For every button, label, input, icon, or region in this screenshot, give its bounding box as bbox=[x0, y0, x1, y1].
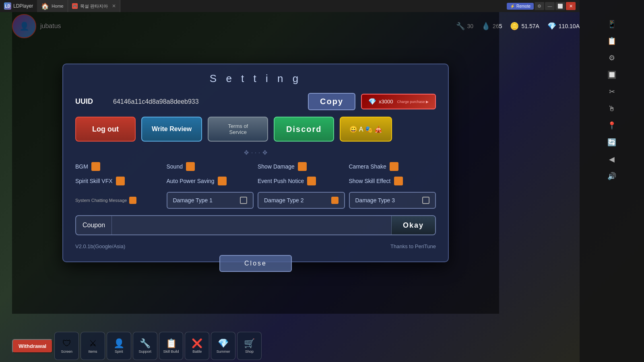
camera-shake-toggle[interactable] bbox=[390, 162, 398, 171]
app-logo: LD LDPlayer bbox=[0, 2, 37, 10]
damage-type3-box: Damage Type 3 bbox=[349, 192, 436, 209]
bottom-nav-items[interactable]: ⚔ Items bbox=[80, 332, 105, 360]
auto-power-label: Auto Power Saving bbox=[167, 178, 215, 184]
damage-type2-label: Damage Type 2 bbox=[264, 197, 304, 204]
thanks-text: Thanks to PeriTune bbox=[390, 243, 436, 249]
coupon-input[interactable] bbox=[112, 216, 391, 234]
spirit-label: Spirit bbox=[115, 350, 123, 354]
camera-shake-setting: Camera Shake bbox=[349, 162, 436, 171]
home-tab-label: Home bbox=[52, 4, 63, 8]
okay-button[interactable]: Okay bbox=[391, 216, 435, 234]
bottom-hud: Withdrawal 🛡 Screen ⚔ Items 👤 Spirit 🔧 S… bbox=[12, 330, 262, 362]
system-chatting-label: System Chatting Message bbox=[75, 198, 127, 203]
setting-dialog: S e t t i n g UUID 64146a11c4d8a98a8deeb… bbox=[62, 64, 449, 262]
sidebar-icon-2-glyph: 📋 bbox=[607, 37, 616, 45]
sound-label: Sound bbox=[167, 163, 183, 170]
right-sidebar: 📱 📋 ⚙ 🔲 ✂ 🖱 📍 🔄 ◀ 🔊 bbox=[580, 0, 644, 362]
sidebar-icon-9[interactable]: ◀ bbox=[604, 151, 620, 167]
divider-ornament: ❖ · · · ❖ bbox=[75, 149, 436, 156]
ld-icon: LD bbox=[4, 2, 11, 10]
system-chatting-toggle[interactable] bbox=[129, 197, 136, 204]
support-label: Support bbox=[138, 350, 151, 354]
withdrawal-button[interactable]: Withdrawal bbox=[12, 339, 53, 353]
remote-icon: ⚡ bbox=[510, 4, 515, 8]
game-tab[interactable]: 🎮 목설 판타지아 ✕ bbox=[68, 0, 120, 12]
damage-type2-box: Damage Type 2 bbox=[258, 192, 345, 209]
sidebar-icon-7[interactable]: 📍 bbox=[604, 117, 620, 134]
show-skill-label: Show Skill Effect bbox=[349, 178, 391, 184]
event-push-setting: Event Push Notice bbox=[258, 177, 345, 185]
show-skill-toggle[interactable] bbox=[394, 177, 403, 185]
discord-button[interactable]: Discord bbox=[274, 117, 334, 142]
spirit-skill-setting: Spirit Skill VFX bbox=[75, 177, 163, 185]
close-button[interactable]: Close bbox=[219, 255, 292, 272]
uuid-value: 64146a11c4d8a98a8deeb933 bbox=[113, 98, 302, 105]
event-push-toggle[interactable] bbox=[307, 177, 316, 185]
sidebar-icon-8[interactable]: 🔄 bbox=[604, 134, 620, 150]
close-button[interactable]: ✕ bbox=[566, 2, 576, 10]
bottom-nav-screen[interactable]: 🛡 Screen bbox=[54, 332, 79, 360]
tos-button[interactable]: Terms of Service bbox=[208, 117, 268, 142]
home-icon: 🏠 bbox=[41, 2, 49, 10]
tab-close-icon[interactable]: ✕ bbox=[112, 3, 116, 9]
show-damage-toggle[interactable] bbox=[298, 162, 307, 171]
sound-toggle[interactable] bbox=[186, 162, 195, 171]
shop-label: Shop bbox=[245, 350, 254, 354]
sidebar-icon-1[interactable]: 📱 bbox=[604, 16, 620, 32]
x3000-button[interactable]: 💎 x3000 Charge purchase ▶ bbox=[361, 94, 436, 109]
x3000-subtitle: Charge purchase ▶ bbox=[397, 100, 429, 104]
sidebar-icon-3[interactable]: ⚙ bbox=[604, 50, 620, 66]
bottom-nav-skillbuild[interactable]: 📋 Skill Build bbox=[159, 332, 184, 360]
uuid-row: UUID 64146a11c4d8a98a8deeb933 Copy 💎 x30… bbox=[75, 93, 436, 110]
support-icon: 🔧 bbox=[140, 338, 151, 349]
sidebar-icon-4-glyph: 🔲 bbox=[607, 70, 616, 79]
spirit-skill-toggle[interactable] bbox=[116, 177, 125, 185]
damage-type3-toggle[interactable] bbox=[422, 197, 429, 204]
items-label: Items bbox=[88, 350, 97, 354]
minimize-button[interactable]: — bbox=[545, 2, 555, 10]
version-text: V2.0.1b(Google/Asia) bbox=[75, 243, 125, 249]
ruby-icon: 💎 bbox=[368, 98, 376, 105]
copy-button[interactable]: Copy bbox=[308, 93, 355, 110]
bottom-nav-shop[interactable]: 🛒 Shop bbox=[237, 332, 262, 360]
settings-grid: BGM Sound Show Damage Camera Shake Spiri… bbox=[75, 162, 436, 185]
bgm-toggle[interactable] bbox=[91, 162, 100, 171]
bottom-nav-support[interactable]: 🔧 Support bbox=[133, 332, 157, 360]
sidebar-icon-9-glyph: ◀ bbox=[609, 155, 615, 164]
emoji-button[interactable]: 😀 A 🎭 🎪 bbox=[340, 117, 392, 142]
screen-icon: 🛡 bbox=[62, 338, 71, 349]
settings-icon[interactable]: ⚙ bbox=[535, 2, 544, 10]
sidebar-icon-7-glyph: 📍 bbox=[607, 121, 616, 130]
restore-button[interactable]: ⬜ bbox=[555, 2, 565, 10]
damage-type1-toggle[interactable] bbox=[240, 197, 247, 204]
sidebar-icon-5[interactable]: ✂ bbox=[604, 84, 620, 100]
sidebar-icon-2[interactable]: 📋 bbox=[604, 33, 620, 49]
sidebar-icon-6[interactable]: 🖱 bbox=[604, 101, 620, 117]
damage-type2-toggle[interactable] bbox=[331, 197, 339, 204]
emoji-icons: 😀 A 🎭 🎪 bbox=[349, 126, 382, 133]
auto-power-setting: Auto Power Saving bbox=[167, 177, 254, 185]
bottom-nav-spirit[interactable]: 👤 Spirit bbox=[107, 332, 131, 360]
app-name: LDPlayer bbox=[13, 3, 33, 9]
write-review-button[interactable]: Write Review bbox=[141, 117, 202, 142]
bottom-nav-battle[interactable]: ❌ Battle bbox=[185, 332, 209, 360]
damage-row: System Chatting Message Damage Type 1 Da… bbox=[75, 192, 436, 209]
sidebar-icon-1-glyph: 📱 bbox=[607, 20, 616, 29]
sidebar-icon-10[interactable]: 🔊 bbox=[604, 168, 620, 184]
battle-icon: ❌ bbox=[192, 338, 202, 349]
stat4-value: 110.10A bbox=[559, 23, 580, 29]
game-tab-icon: 🎮 bbox=[72, 3, 78, 9]
sidebar-icon-10-glyph: 🔊 bbox=[607, 172, 616, 181]
sidebar-icon-4[interactable]: 🔲 bbox=[604, 67, 620, 83]
auto-power-toggle[interactable] bbox=[218, 177, 227, 185]
home-tab[interactable]: 🏠 Home bbox=[37, 0, 68, 12]
logout-button[interactable]: Log out bbox=[75, 117, 136, 142]
bgm-setting: BGM bbox=[75, 162, 163, 171]
remote-button[interactable]: ⚡ Remote bbox=[507, 3, 534, 10]
bottom-nav-summer[interactable]: 💎 Summer bbox=[211, 332, 235, 360]
modal-overlay: S e t t i n g UUID 64146a11c4d8a98a8deeb… bbox=[12, 12, 499, 314]
game-tab-label: 목설 판타지아 bbox=[80, 3, 108, 9]
summer-icon: 💎 bbox=[218, 338, 229, 349]
show-damage-setting: Show Damage bbox=[258, 162, 345, 171]
hud-stat-3: 🪙 51.57A bbox=[510, 22, 539, 31]
